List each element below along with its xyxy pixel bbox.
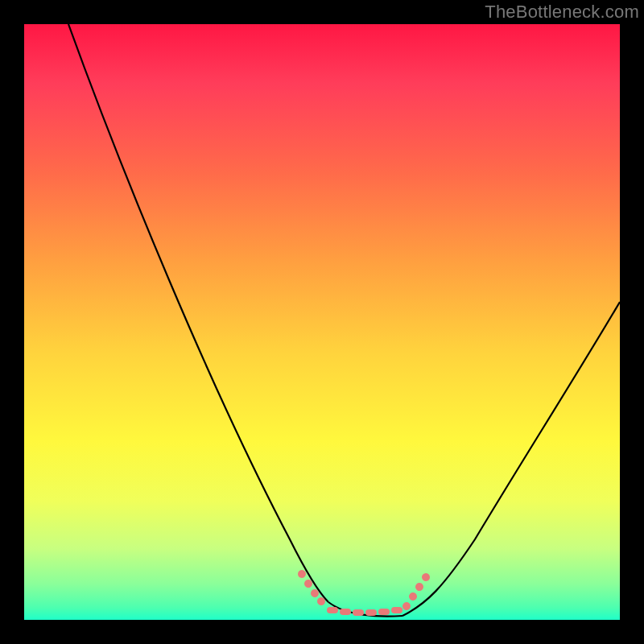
chart-canvas: TheBottleneck.com bbox=[0, 0, 644, 644]
curve-layer bbox=[24, 24, 620, 620]
watermark-text: TheBottleneck.com bbox=[485, 2, 639, 23]
curve-left bbox=[68, 24, 328, 602]
marker-right-slope bbox=[402, 572, 443, 620]
plot-area bbox=[24, 24, 620, 620]
curve-right bbox=[402, 302, 620, 616]
